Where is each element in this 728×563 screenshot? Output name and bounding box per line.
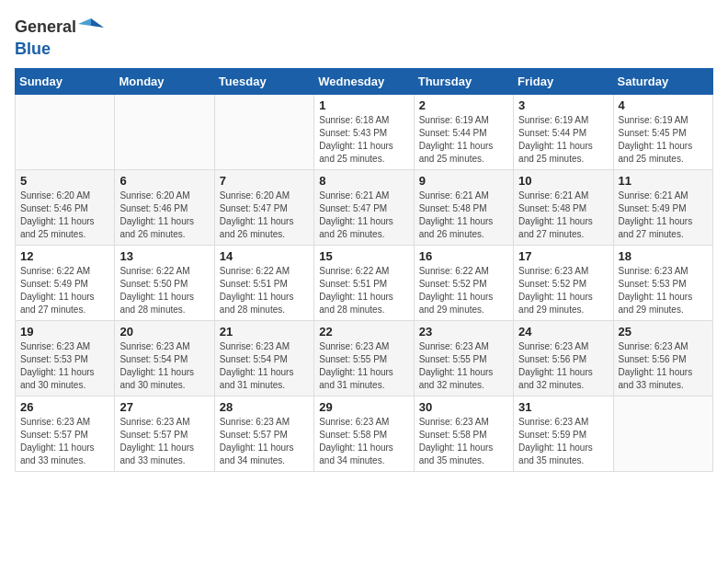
day-info: Sunrise: 6:23 AM Sunset: 5:57 PM Dayligh… [20,416,109,467]
day-info: Sunrise: 6:21 AM Sunset: 5:48 PM Dayligh… [419,190,508,241]
calendar-day-cell [613,396,712,471]
calendar-day-cell: 13Sunrise: 6:22 AM Sunset: 5:50 PM Dayli… [115,245,214,320]
day-info: Sunrise: 6:22 AM Sunset: 5:51 PM Dayligh… [220,265,309,316]
calendar-day-cell: 24Sunrise: 6:23 AM Sunset: 5:56 PM Dayli… [514,320,613,396]
day-number: 19 [20,325,109,339]
weekday-header-row: SundayMondayTuesdayWednesdayThursdayFrid… [16,68,713,94]
day-number: 20 [119,325,209,339]
calendar-day-cell: 25Sunrise: 6:23 AM Sunset: 5:56 PM Dayli… [613,320,712,396]
calendar-day-cell: 15Sunrise: 6:22 AM Sunset: 5:51 PM Dayli… [314,245,414,320]
day-info: Sunrise: 6:20 AM Sunset: 5:46 PM Dayligh… [20,190,109,241]
calendar-week-4: 19Sunrise: 6:23 AM Sunset: 5:53 PM Dayli… [16,320,713,396]
day-number: 23 [419,325,508,339]
calendar-day-cell: 2Sunrise: 6:19 AM Sunset: 5:44 PM Daylig… [414,94,513,169]
calendar-week-1: 1Sunrise: 6:18 AM Sunset: 5:43 PM Daylig… [16,94,713,169]
day-number: 28 [220,400,309,414]
day-info: Sunrise: 6:21 AM Sunset: 5:49 PM Dayligh… [619,190,708,241]
page-header: General Blue [15,15,713,59]
calendar-table: SundayMondayTuesdayWednesdayThursdayFrid… [15,68,713,472]
svg-marker-1 [78,18,91,26]
day-number: 15 [319,249,408,263]
day-info: Sunrise: 6:22 AM Sunset: 5:52 PM Dayligh… [419,265,508,316]
day-number: 8 [319,174,408,188]
weekday-header-friday: Friday [514,68,613,94]
logo: General Blue [15,15,104,59]
weekday-header-thursday: Thursday [414,68,513,94]
day-info: Sunrise: 6:18 AM Sunset: 5:43 PM Dayligh… [319,114,408,166]
day-info: Sunrise: 6:21 AM Sunset: 5:47 PM Dayligh… [319,190,408,241]
calendar-day-cell: 22Sunrise: 6:23 AM Sunset: 5:55 PM Dayli… [314,320,414,396]
day-info: Sunrise: 6:23 AM Sunset: 5:54 PM Dayligh… [119,340,209,392]
weekday-header-wednesday: Wednesday [314,68,414,94]
day-number: 24 [518,325,608,339]
logo-blue: Blue [15,40,51,58]
calendar-day-cell: 11Sunrise: 6:21 AM Sunset: 5:49 PM Dayli… [613,169,712,245]
calendar-day-cell: 1Sunrise: 6:18 AM Sunset: 5:43 PM Daylig… [314,94,414,169]
calendar-day-cell: 30Sunrise: 6:23 AM Sunset: 5:58 PM Dayli… [414,396,513,471]
calendar-day-cell: 4Sunrise: 6:19 AM Sunset: 5:45 PM Daylig… [613,94,712,169]
day-number: 22 [319,325,408,339]
day-number: 18 [619,249,708,263]
day-number: 14 [220,249,309,263]
day-number: 2 [419,98,508,112]
day-info: Sunrise: 6:23 AM Sunset: 5:59 PM Dayligh… [518,416,608,467]
svg-marker-0 [91,18,104,28]
calendar-day-cell: 8Sunrise: 6:21 AM Sunset: 5:47 PM Daylig… [314,169,414,245]
calendar-day-cell [214,94,313,169]
weekday-header-sunday: Sunday [16,68,115,94]
day-number: 1 [319,98,408,112]
day-number: 5 [20,174,109,188]
day-number: 27 [119,400,209,414]
day-number: 31 [518,400,608,414]
day-number: 11 [619,174,708,188]
calendar-day-cell: 7Sunrise: 6:20 AM Sunset: 5:47 PM Daylig… [214,169,313,245]
day-info: Sunrise: 6:19 AM Sunset: 5:45 PM Dayligh… [619,114,708,166]
calendar-day-cell: 29Sunrise: 6:23 AM Sunset: 5:58 PM Dayli… [314,396,414,471]
day-info: Sunrise: 6:23 AM Sunset: 5:58 PM Dayligh… [319,416,408,467]
day-info: Sunrise: 6:23 AM Sunset: 5:54 PM Dayligh… [220,340,309,392]
day-info: Sunrise: 6:22 AM Sunset: 5:49 PM Dayligh… [20,265,109,316]
weekday-header-saturday: Saturday [613,68,712,94]
day-info: Sunrise: 6:19 AM Sunset: 5:44 PM Dayligh… [419,114,508,166]
calendar-week-2: 5Sunrise: 6:20 AM Sunset: 5:46 PM Daylig… [16,169,713,245]
calendar-day-cell: 6Sunrise: 6:20 AM Sunset: 5:46 PM Daylig… [115,169,214,245]
day-info: Sunrise: 6:23 AM Sunset: 5:58 PM Dayligh… [419,416,508,467]
day-info: Sunrise: 6:23 AM Sunset: 5:55 PM Dayligh… [319,340,408,392]
calendar-day-cell: 23Sunrise: 6:23 AM Sunset: 5:55 PM Dayli… [414,320,513,396]
day-info: Sunrise: 6:23 AM Sunset: 5:56 PM Dayligh… [518,340,608,392]
calendar-week-5: 26Sunrise: 6:23 AM Sunset: 5:57 PM Dayli… [16,396,713,471]
calendar-day-cell: 14Sunrise: 6:22 AM Sunset: 5:51 PM Dayli… [214,245,313,320]
day-number: 6 [119,174,209,188]
day-number: 21 [220,325,309,339]
day-number: 4 [619,98,708,112]
day-number: 29 [319,400,408,414]
calendar-day-cell [115,94,214,169]
calendar-day-cell: 31Sunrise: 6:23 AM Sunset: 5:59 PM Dayli… [514,396,613,471]
day-info: Sunrise: 6:23 AM Sunset: 5:56 PM Dayligh… [619,340,708,392]
day-info: Sunrise: 6:20 AM Sunset: 5:46 PM Dayligh… [119,190,209,241]
day-info: Sunrise: 6:19 AM Sunset: 5:44 PM Dayligh… [518,114,608,166]
day-info: Sunrise: 6:23 AM Sunset: 5:57 PM Dayligh… [220,416,309,467]
day-info: Sunrise: 6:23 AM Sunset: 5:57 PM Dayligh… [119,416,209,467]
day-number: 30 [419,400,508,414]
day-number: 3 [518,98,608,112]
day-info: Sunrise: 6:22 AM Sunset: 5:50 PM Dayligh… [119,265,209,316]
calendar-day-cell: 26Sunrise: 6:23 AM Sunset: 5:57 PM Dayli… [16,396,115,471]
calendar-day-cell: 17Sunrise: 6:23 AM Sunset: 5:52 PM Dayli… [514,245,613,320]
logo-general: General [15,17,76,36]
weekday-header-monday: Monday [115,68,214,94]
calendar-day-cell: 18Sunrise: 6:23 AM Sunset: 5:53 PM Dayli… [613,245,712,320]
calendar-day-cell: 5Sunrise: 6:20 AM Sunset: 5:46 PM Daylig… [16,169,115,245]
day-number: 17 [518,249,608,263]
calendar-day-cell: 28Sunrise: 6:23 AM Sunset: 5:57 PM Dayli… [214,396,313,471]
calendar-day-cell: 10Sunrise: 6:21 AM Sunset: 5:48 PM Dayli… [514,169,613,245]
day-info: Sunrise: 6:23 AM Sunset: 5:55 PM Dayligh… [419,340,508,392]
day-info: Sunrise: 6:20 AM Sunset: 5:47 PM Dayligh… [220,190,309,241]
calendar-day-cell: 27Sunrise: 6:23 AM Sunset: 5:57 PM Dayli… [115,396,214,471]
day-number: 26 [20,400,109,414]
calendar-day-cell: 21Sunrise: 6:23 AM Sunset: 5:54 PM Dayli… [214,320,313,396]
calendar-day-cell [16,94,115,169]
day-number: 16 [419,249,508,263]
weekday-header-tuesday: Tuesday [214,68,313,94]
day-info: Sunrise: 6:23 AM Sunset: 5:53 PM Dayligh… [20,340,109,392]
